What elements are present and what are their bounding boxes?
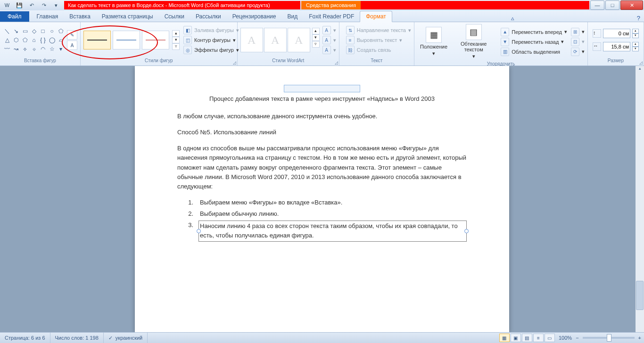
group-label-size: Размер◿ [588,58,644,65]
selection-pane-button[interactable]: ▥Область выделения [501,48,567,56]
group-label-shapes: Вставка фигур [0,58,80,65]
size-dialog-launcher[interactable]: ◿ [639,60,643,65]
zoom-slider-thumb[interactable] [607,334,611,342]
qat-redo-icon[interactable]: ↷ [39,0,49,10]
help-icon[interactable]: ? [633,15,644,22]
shape-width[interactable]: ↔ ▴▾ [593,41,639,52]
close-button[interactable]: ✕ [620,0,643,10]
effects-icon: ◎ [183,46,192,54]
paragraph: В одном из способов выше мы рассматривал… [177,144,467,191]
edit-shape-button[interactable]: ✎ [67,30,77,40]
paragraph: В любом случае, использование данного ин… [177,112,467,121]
zoom-out-button[interactable]: − [576,335,578,341]
shape-height[interactable]: ↕ ▴▾ [593,28,639,39]
view-outline[interactable]: ≡ [533,334,544,342]
view-full-screen[interactable]: ▣ [511,334,521,342]
shape-fill-button[interactable]: ◧Заливка фигуры ▾ [183,26,239,34]
tab-layout[interactable]: Разметка страницы [96,11,159,22]
group-shape-styles: ▴▾▿ ◧Заливка фигуры ▾ ◫Контур фигуры ▾ ◎… [81,22,238,65]
align-text-button[interactable]: ≡Выровнять текст ▾ [346,36,411,44]
height-icon: ↕ [593,29,601,38]
tab-review[interactable]: Рецензирование [227,11,282,22]
group-icon: ⊡ [571,38,579,46]
tab-home[interactable]: Главная [31,11,64,22]
view-web-layout[interactable]: ▤ [522,334,532,342]
scroll-thumb[interactable] [636,281,644,310]
scroll-up-icon[interactable]: ▴ [636,66,644,74]
align-button[interactable]: ⊞▾ [571,28,585,36]
send-backward-button[interactable]: ▼Переместить назад ▾ [501,38,567,46]
wrap-text-button[interactable]: ▤Обтекание текстом▾ [450,23,497,60]
tab-mailings[interactable]: Рассылки [190,11,227,22]
status-word-count[interactable]: Число слов: 1 198 [50,333,104,343]
status-language[interactable]: ✓украинский [104,333,148,343]
vertical-scrollbar[interactable]: ▴ [636,66,644,332]
height-input[interactable] [603,29,630,38]
wordart-style-1[interactable]: A [240,28,263,52]
text-box-button[interactable]: A [67,41,77,50]
rotate-button[interactable]: ⟳▾ [571,48,585,56]
document-area[interactable]: Процесс добавления текста в рамке через … [0,66,644,332]
rotate-icon: ⟳ [571,48,579,56]
shape-outline-button[interactable]: ◫Контур фигуры ▾ [183,36,239,44]
shape-style-2[interactable] [113,31,140,49]
style-gallery-scroll[interactable]: ▴▾▿ [172,30,180,50]
qat-more-icon[interactable]: ▾ [51,0,61,10]
wordart-gallery[interactable]: A A A ▴▾▿ [240,28,320,52]
view-draft[interactable]: ▭ [545,334,555,342]
bring-forward-button[interactable]: ▲Переместить вперед ▾ [501,28,567,36]
view-print-layout[interactable]: ▦ [499,334,510,342]
text-outline-icon: A [322,36,331,44]
text-outline-button[interactable]: A▾ [322,36,336,44]
qat-undo-icon[interactable]: ↶ [26,0,37,10]
page[interactable]: Процесс добавления текста в рамке через … [135,66,509,332]
shape-style-1[interactable] [83,31,111,49]
app-icon: W [2,0,12,10]
group-label-wordart: Стили WordArt◿ [238,58,339,65]
ribbon-collapse-icon[interactable]: ▵ [507,15,518,22]
zoom-slider[interactable] [583,337,635,339]
position-icon: ▦ [426,27,442,43]
maximize-button[interactable]: □ [605,0,619,10]
status-page[interactable]: Страница: 6 из 6 [0,333,50,343]
wordart-style-3[interactable]: A [288,28,310,52]
forward-icon: ▲ [501,28,509,36]
height-spinner[interactable]: ▴▾ [632,29,639,38]
tab-file[interactable]: Файл [0,11,29,22]
direction-icon: ⇅ [346,26,355,34]
qat-save-icon[interactable]: 💾 [14,0,25,10]
position-button[interactable]: ▦Положение▾ [417,26,450,57]
spellcheck-icon: ✓ [108,335,113,341]
tab-insert[interactable]: Вставка [64,11,96,22]
wordart-gallery-scroll[interactable]: ▴▾▿ [312,28,320,52]
resize-handle-right[interactable] [464,229,469,233]
text-direction-button[interactable]: ⇅Направление текста ▾ [346,26,411,34]
text-fill-icon: A [322,26,331,34]
paragraph-heading: Способ №5. Использование линий [177,128,467,137]
zoom-in-button[interactable]: + [638,335,641,341]
group-size: ↕ ▴▾ ↔ ▴▾ Размер◿ [588,22,644,65]
width-input[interactable] [603,42,630,51]
styles-dialog-launcher[interactable]: ◿ [233,60,236,65]
create-link-button[interactable]: ⛓Создать связь [346,46,411,54]
shape-effects-button[interactable]: ◎Эффекты фигур ▾ [183,46,239,54]
text-fill-button[interactable]: A▾ [322,26,336,34]
tab-foxit[interactable]: Foxit Reader PDF [303,11,360,22]
wordart-dialog-launcher[interactable]: ◿ [335,60,338,65]
zoom-level[interactable]: 100% [559,335,572,341]
tab-format[interactable]: Формат [360,11,392,22]
group-arrange: ▦Положение▾ ▤Обтекание текстом▾ ▲Перемес… [414,22,588,65]
minimize-button[interactable]: — [590,0,604,10]
wrap-icon: ▤ [466,24,482,40]
tab-references[interactable]: Ссылки [159,11,190,22]
text-effects-button[interactable]: A▾ [322,46,336,54]
shape-style-3[interactable] [142,31,169,49]
tab-view[interactable]: Вид [281,11,303,22]
selected-line-shape[interactable]: Наносим линию 4 раза со всех сторон текс… [198,220,467,242]
group-button[interactable]: ⊡▾ [571,38,585,46]
backward-icon: ▼ [501,38,509,46]
width-spinner[interactable]: ▴▾ [632,42,639,51]
shape-gallery[interactable]: ＼↘▭◇□○⬠ △⬡⬠⌂{ }◯▱ 〰↝⟡⟐◠☆▾ [3,27,65,53]
list-item: Выбираем обычную линию. [200,209,279,219]
wordart-style-2[interactable]: A [264,28,287,52]
